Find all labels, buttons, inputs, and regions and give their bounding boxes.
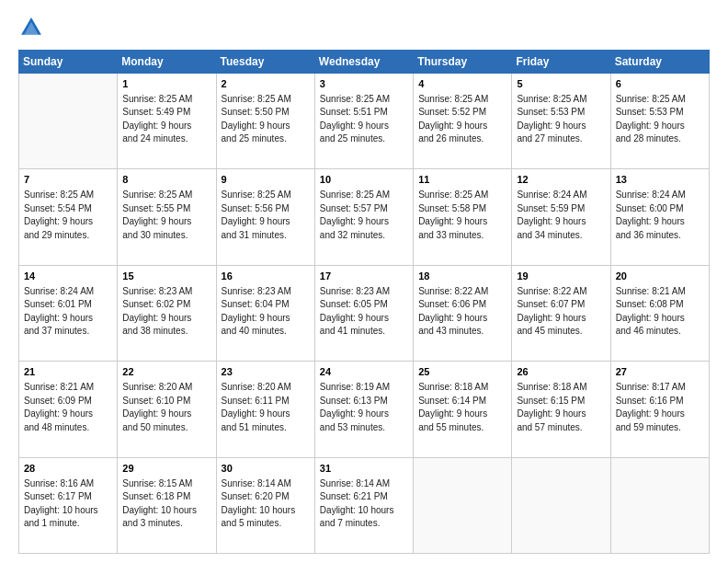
calendar-header-row: SundayMondayTuesdayWednesdayThursdayFrid… xyxy=(19,51,710,74)
calendar-cell: 3Sunrise: 8:25 AM Sunset: 5:51 PM Daylig… xyxy=(314,74,413,169)
calendar-cell: 16Sunrise: 8:23 AM Sunset: 6:04 PM Dayli… xyxy=(216,265,314,361)
calendar-cell: 5Sunrise: 8:25 AM Sunset: 5:53 PM Daylig… xyxy=(512,74,610,169)
day-number: 21 xyxy=(24,365,112,380)
day-info: Sunrise: 8:20 AM Sunset: 6:10 PM Dayligh… xyxy=(122,381,210,434)
day-info: Sunrise: 8:25 AM Sunset: 5:56 PM Dayligh… xyxy=(222,189,310,242)
day-number: 8 xyxy=(122,173,210,188)
calendar-cell: 20Sunrise: 8:21 AM Sunset: 6:08 PM Dayli… xyxy=(610,265,709,361)
calendar-cell: 18Sunrise: 8:22 AM Sunset: 6:06 PM Dayli… xyxy=(414,265,512,361)
day-info: Sunrise: 8:25 AM Sunset: 5:52 PM Dayligh… xyxy=(418,93,506,146)
calendar-day-header: Saturday xyxy=(610,51,709,74)
day-number: 9 xyxy=(222,173,310,188)
day-number: 13 xyxy=(616,173,704,188)
day-number: 28 xyxy=(24,462,112,477)
calendar-day-header: Friday xyxy=(512,51,610,74)
day-info: Sunrise: 8:25 AM Sunset: 5:58 PM Dayligh… xyxy=(418,189,506,242)
calendar-cell xyxy=(512,457,610,553)
page: SundayMondayTuesdayWednesdayThursdayFrid… xyxy=(0,0,728,563)
day-number: 6 xyxy=(616,77,704,92)
calendar-cell: 23Sunrise: 8:20 AM Sunset: 6:11 PM Dayli… xyxy=(216,362,314,457)
day-info: Sunrise: 8:23 AM Sunset: 6:02 PM Dayligh… xyxy=(122,285,210,339)
day-info: Sunrise: 8:18 AM Sunset: 6:15 PM Dayligh… xyxy=(517,381,605,434)
day-number: 19 xyxy=(517,270,605,284)
day-info: Sunrise: 8:16 AM Sunset: 6:17 PM Dayligh… xyxy=(24,477,112,531)
day-info: Sunrise: 8:21 AM Sunset: 6:09 PM Dayligh… xyxy=(24,381,112,434)
day-number: 1 xyxy=(122,77,210,92)
calendar-day-header: Tuesday xyxy=(216,51,314,74)
calendar-cell: 7Sunrise: 8:25 AM Sunset: 5:54 PM Daylig… xyxy=(19,169,118,265)
calendar-cell: 11Sunrise: 8:25 AM Sunset: 5:58 PM Dayli… xyxy=(414,169,512,265)
calendar-cell: 29Sunrise: 8:15 AM Sunset: 6:18 PM Dayli… xyxy=(118,457,216,553)
day-info: Sunrise: 8:14 AM Sunset: 6:20 PM Dayligh… xyxy=(222,477,310,531)
calendar-cell: 17Sunrise: 8:23 AM Sunset: 6:05 PM Dayli… xyxy=(314,265,413,361)
day-number: 23 xyxy=(222,365,310,380)
calendar-week-row: 21Sunrise: 8:21 AM Sunset: 6:09 PM Dayli… xyxy=(19,362,710,457)
calendar-cell: 24Sunrise: 8:19 AM Sunset: 6:13 PM Dayli… xyxy=(314,362,413,457)
calendar-cell: 15Sunrise: 8:23 AM Sunset: 6:02 PM Dayli… xyxy=(118,265,216,361)
day-number: 20 xyxy=(616,270,704,284)
calendar-cell: 13Sunrise: 8:24 AM Sunset: 6:00 PM Dayli… xyxy=(610,169,709,265)
calendar-cell: 1Sunrise: 8:25 AM Sunset: 5:49 PM Daylig… xyxy=(118,74,216,169)
calendar-cell: 8Sunrise: 8:25 AM Sunset: 5:55 PM Daylig… xyxy=(118,169,216,265)
calendar-cell: 22Sunrise: 8:20 AM Sunset: 6:10 PM Dayli… xyxy=(118,362,216,457)
calendar-day-header: Monday xyxy=(118,51,216,74)
calendar-day-header: Sunday xyxy=(19,51,118,74)
day-info: Sunrise: 8:21 AM Sunset: 6:08 PM Dayligh… xyxy=(616,285,704,339)
calendar-cell: 10Sunrise: 8:25 AM Sunset: 5:57 PM Dayli… xyxy=(314,169,413,265)
day-number: 25 xyxy=(418,365,506,380)
day-info: Sunrise: 8:15 AM Sunset: 6:18 PM Dayligh… xyxy=(122,477,210,531)
day-info: Sunrise: 8:25 AM Sunset: 5:57 PM Dayligh… xyxy=(320,189,408,242)
calendar-cell: 2Sunrise: 8:25 AM Sunset: 5:50 PM Daylig… xyxy=(216,74,314,169)
day-number: 2 xyxy=(222,77,310,92)
day-info: Sunrise: 8:23 AM Sunset: 6:04 PM Dayligh… xyxy=(222,285,310,339)
calendar-week-row: 28Sunrise: 8:16 AM Sunset: 6:17 PM Dayli… xyxy=(19,457,710,553)
calendar-cell: 12Sunrise: 8:24 AM Sunset: 5:59 PM Dayli… xyxy=(512,169,610,265)
calendar-cell: 14Sunrise: 8:24 AM Sunset: 6:01 PM Dayli… xyxy=(19,265,118,361)
day-number: 14 xyxy=(24,270,112,284)
day-info: Sunrise: 8:25 AM Sunset: 5:50 PM Dayligh… xyxy=(222,93,310,146)
day-number: 16 xyxy=(222,270,310,284)
day-info: Sunrise: 8:20 AM Sunset: 6:11 PM Dayligh… xyxy=(222,381,310,434)
calendar-cell: 21Sunrise: 8:21 AM Sunset: 6:09 PM Dayli… xyxy=(19,362,118,457)
day-info: Sunrise: 8:23 AM Sunset: 6:05 PM Dayligh… xyxy=(320,285,408,339)
calendar-cell: 9Sunrise: 8:25 AM Sunset: 5:56 PM Daylig… xyxy=(216,169,314,265)
calendar-cell xyxy=(414,457,512,553)
calendar-cell: 4Sunrise: 8:25 AM Sunset: 5:52 PM Daylig… xyxy=(414,74,512,169)
day-info: Sunrise: 8:17 AM Sunset: 6:16 PM Dayligh… xyxy=(616,381,704,434)
calendar-cell: 6Sunrise: 8:25 AM Sunset: 5:53 PM Daylig… xyxy=(610,74,709,169)
day-info: Sunrise: 8:24 AM Sunset: 6:00 PM Dayligh… xyxy=(616,189,704,242)
day-number: 30 xyxy=(222,462,310,477)
calendar-cell xyxy=(610,457,709,553)
day-number: 29 xyxy=(122,462,210,477)
day-number: 18 xyxy=(418,270,506,284)
day-number: 10 xyxy=(320,173,408,188)
day-number: 26 xyxy=(517,365,605,380)
day-number: 3 xyxy=(320,77,408,92)
calendar-day-header: Thursday xyxy=(414,51,512,74)
day-number: 12 xyxy=(517,173,605,188)
day-info: Sunrise: 8:22 AM Sunset: 6:07 PM Dayligh… xyxy=(517,285,605,339)
day-info: Sunrise: 8:19 AM Sunset: 6:13 PM Dayligh… xyxy=(320,381,408,434)
day-info: Sunrise: 8:24 AM Sunset: 6:01 PM Dayligh… xyxy=(24,285,112,339)
calendar-week-row: 7Sunrise: 8:25 AM Sunset: 5:54 PM Daylig… xyxy=(19,169,710,265)
day-number: 31 xyxy=(320,462,408,477)
day-number: 27 xyxy=(616,365,704,380)
day-info: Sunrise: 8:25 AM Sunset: 5:53 PM Dayligh… xyxy=(616,93,704,146)
calendar-cell: 27Sunrise: 8:17 AM Sunset: 6:16 PM Dayli… xyxy=(610,362,709,457)
day-number: 7 xyxy=(24,173,112,188)
day-info: Sunrise: 8:25 AM Sunset: 5:54 PM Dayligh… xyxy=(24,189,112,242)
calendar-cell: 26Sunrise: 8:18 AM Sunset: 6:15 PM Dayli… xyxy=(512,362,610,457)
calendar-week-row: 14Sunrise: 8:24 AM Sunset: 6:01 PM Dayli… xyxy=(19,265,710,361)
calendar-week-row: 1Sunrise: 8:25 AM Sunset: 5:49 PM Daylig… xyxy=(19,74,710,169)
day-info: Sunrise: 8:25 AM Sunset: 5:49 PM Dayligh… xyxy=(122,93,210,146)
day-number: 17 xyxy=(320,270,408,284)
calendar-cell: 19Sunrise: 8:22 AM Sunset: 6:07 PM Dayli… xyxy=(512,265,610,361)
calendar-cell: 25Sunrise: 8:18 AM Sunset: 6:14 PM Dayli… xyxy=(414,362,512,457)
day-info: Sunrise: 8:14 AM Sunset: 6:21 PM Dayligh… xyxy=(320,477,408,531)
calendar-cell xyxy=(19,74,118,169)
generalblue-logo-icon xyxy=(18,15,44,40)
day-number: 24 xyxy=(320,365,408,380)
header xyxy=(18,15,710,40)
day-number: 5 xyxy=(517,77,605,92)
day-info: Sunrise: 8:25 AM Sunset: 5:51 PM Dayligh… xyxy=(320,93,408,146)
